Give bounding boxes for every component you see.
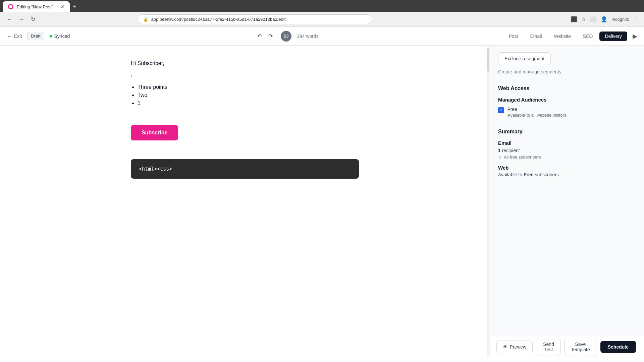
forward-btn[interactable]: → — [17, 15, 25, 24]
tab-seo[interactable]: SEO — [578, 32, 598, 41]
reload-btn[interactable]: ↻ — [30, 15, 37, 24]
undo-btn[interactable]: ↶ — [255, 32, 264, 41]
free-checkbox-row: ✓ Free Available to all website visitors — [498, 107, 636, 118]
code-block: <html><css> — [131, 159, 359, 179]
divider-2 — [498, 123, 636, 123]
scroll-thumb — [487, 48, 489, 72]
exclude-segment-btn[interactable]: Exclude a segment — [498, 52, 551, 65]
main-content: Hi Subscriber, / Three points Two 1 Subs… — [0, 46, 644, 357]
summary-email-title: Email — [498, 140, 636, 146]
new-tab-btn[interactable]: + — [70, 2, 79, 12]
incognito-label: Incognito — [611, 17, 629, 22]
tab-email[interactable]: Email — [525, 32, 547, 41]
address-bar-row: ← → ↻ 🔒 app.beehiiv.com/posts/c24a3a77-2… — [0, 12, 644, 27]
synced-label: Synced — [54, 34, 70, 39]
editor-area[interactable]: Hi Subscriber, / Three points Two 1 Subs… — [0, 46, 490, 357]
summary-web-title: Web — [498, 165, 636, 171]
menu-icon[interactable]: ⋮ — [633, 16, 639, 22]
exit-arrow-icon: ← — [7, 33, 12, 39]
bottom-bar: 👁 Preview Send Test Save Template Schedu… — [490, 336, 644, 357]
draft-badge[interactable]: Draft — [27, 32, 44, 40]
profile-window-icon[interactable]: ⬜ — [590, 16, 597, 22]
sub-arrow-icon: ↳ — [498, 155, 502, 160]
browser-tab[interactable]: Editing "New Post" ✕ — [3, 1, 70, 12]
web-access-section: Web Access Managed Audiences ✓ Free Avai… — [498, 85, 636, 118]
web-access-title: Web Access — [498, 85, 636, 92]
tab-delivery[interactable]: Delivery — [599, 32, 627, 41]
schedule-btn[interactable]: Schedule — [600, 341, 636, 353]
code-block-text: <html><css> — [139, 166, 172, 172]
incognito-icon[interactable]: 👤 — [601, 16, 607, 22]
tab-close-btn[interactable]: ✕ — [60, 4, 64, 9]
lock-icon: 🔒 — [143, 17, 148, 22]
free-label: Free — [507, 107, 566, 112]
svg-point-0 — [9, 5, 12, 8]
collapse-panel-btn[interactable]: ▶ — [633, 33, 637, 40]
summary-section: Summary Email 1 recipient ↳ All free sub… — [498, 129, 636, 177]
top-bar: ← Exit Draft Synced ↶ ↷ SJ 394 words Pos… — [0, 27, 644, 46]
preview-label: Preview — [509, 344, 526, 350]
synced-dot-icon — [50, 35, 52, 38]
all-free-subscribers-label: All free subscribers — [504, 155, 541, 160]
save-template-btn[interactable]: Save Template — [565, 338, 596, 356]
exclude-segment-section: Exclude a segment Create and manage segm… — [498, 52, 636, 74]
subscribe-btn-wrapper: Subscribe — [131, 117, 359, 148]
recipient-label: recipient — [502, 148, 520, 153]
address-bar[interactable]: 🔒 app.beehiiv.com/posts/c24a3a77-2fe2-41… — [138, 14, 372, 24]
tab-website[interactable]: Website — [549, 32, 576, 41]
exit-btn[interactable]: ← Exit — [7, 33, 22, 39]
list-item[interactable]: Two — [138, 92, 359, 98]
editor-greeting[interactable]: Hi Subscriber, — [131, 59, 359, 68]
summary-sub-row: ↳ All free subscribers — [498, 155, 636, 160]
cast-icon[interactable]: ⬛ — [571, 16, 577, 22]
free-checkbox-text: Free Available to all website visitors — [507, 107, 566, 118]
free-sublabel: Available to all website visitors — [507, 113, 566, 118]
preview-eye-icon: 👁 — [503, 344, 507, 350]
avatar[interactable]: SJ — [281, 31, 291, 42]
summary-title: Summary — [498, 129, 636, 135]
redo-btn[interactable]: ↷ — [266, 32, 275, 41]
recipient-count: 1 — [498, 148, 501, 153]
browser-actions: ⬛ ☆ ⬜ 👤 Incognito ⋮ — [571, 16, 639, 22]
managed-audiences-title: Managed Audiences — [498, 97, 636, 103]
tab-post[interactable]: Post — [503, 32, 523, 41]
editor-list: Three points Two 1 — [138, 84, 359, 106]
checkmark-icon: ✓ — [499, 108, 503, 113]
divider-1 — [498, 80, 636, 80]
preview-btn[interactable]: 👁 Preview — [496, 341, 533, 353]
summary-recipient-row: 1 recipient — [498, 148, 636, 153]
undo-redo-group: ↶ ↷ — [255, 32, 275, 41]
bookmark-icon[interactable]: ☆ — [581, 16, 586, 22]
right-panel-content: Exclude a segment Create and manage segm… — [490, 46, 644, 336]
summary-web-available-row: Available to Free subscribers — [498, 172, 636, 177]
browser-tab-bar: Editing "New Post" ✕ + — [0, 0, 644, 12]
exit-label: Exit — [14, 34, 22, 39]
list-item[interactable]: 1 — [138, 100, 359, 106]
editor-slash[interactable]: / — [131, 72, 359, 80]
back-btn[interactable]: ← — [5, 15, 13, 24]
right-panel: Exclude a segment Create and manage segm… — [490, 46, 644, 357]
free-checkbox[interactable]: ✓ — [498, 107, 504, 113]
url-text: app.beehiiv.com/posts/c24a3a77-2fe2-415b… — [151, 17, 367, 22]
create-segments-link[interactable]: Create and manage segments — [498, 69, 636, 74]
top-bar-center: ↶ ↷ SJ 394 words — [75, 31, 498, 42]
summary-email-block: Email 1 recipient ↳ All free subscribers — [498, 140, 636, 160]
editor-content: Hi Subscriber, / Three points Two 1 Subs… — [131, 59, 359, 179]
send-test-btn[interactable]: Send Test — [537, 338, 560, 356]
tab-title: Editing "New Post" — [17, 4, 53, 9]
synced-badge: Synced — [50, 34, 70, 39]
word-count: 394 words — [297, 34, 319, 39]
app-container: ← Exit Draft Synced ↶ ↷ SJ 394 words Pos… — [0, 27, 644, 357]
top-bar-nav: Post Email Website SEO Delivery — [503, 32, 627, 41]
tab-favicon — [8, 4, 13, 9]
list-item[interactable]: Three points — [138, 84, 359, 90]
editor-scrollbar[interactable] — [487, 46, 490, 357]
subscribe-button[interactable]: Subscribe — [131, 125, 178, 140]
summary-web-block: Web Available to Free subscribers — [498, 165, 636, 177]
